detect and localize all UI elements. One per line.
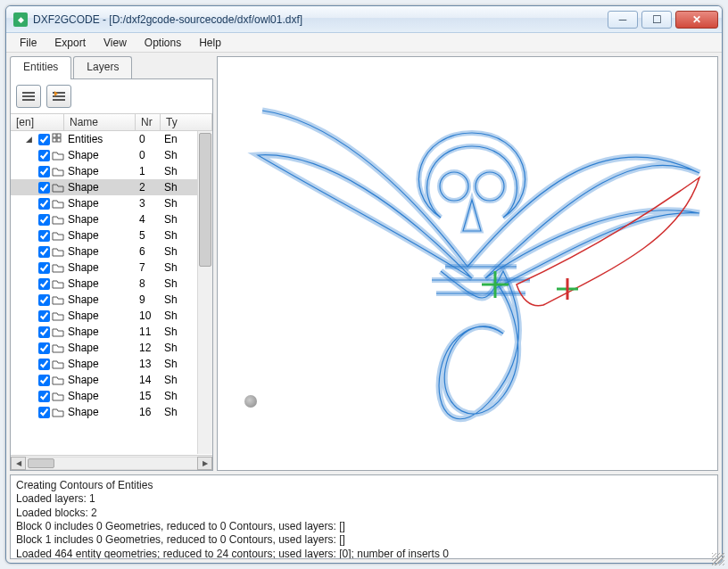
col-name[interactable]: Name — [64, 114, 136, 130]
svg-rect-5 — [53, 99, 65, 101]
svg-rect-2 — [22, 99, 35, 101]
tree-vscrollbar[interactable] — [197, 131, 212, 454]
svg-rect-8 — [57, 134, 61, 137]
cell-nr: 12 — [136, 342, 161, 354]
maximize-button[interactable]: ☐ — [641, 11, 672, 29]
cell-name: Shape — [64, 261, 136, 274]
cell-nr: 10 — [136, 309, 161, 322]
enable-checkbox[interactable] — [38, 150, 50, 161]
tree-row[interactable]: Shape 9 Sh — [11, 292, 212, 308]
cell-nr: 5 — [136, 229, 161, 242]
tab-entities[interactable]: Entities — [10, 56, 71, 79]
enable-checkbox[interactable] — [38, 134, 50, 145]
tab-layers[interactable]: Layers — [73, 56, 132, 79]
tree-row[interactable]: Shape 4 Sh — [11, 211, 212, 227]
tree-header[interactable]: [en] Name Nr Ty — [11, 113, 212, 131]
cell-name: Entities — [64, 133, 136, 145]
cell-name: Shape — [64, 181, 136, 194]
enable-checkbox[interactable] — [38, 294, 50, 306]
drawing-canvas[interactable] — [217, 56, 718, 471]
enable-checkbox[interactable] — [38, 246, 50, 258]
enable-checkbox[interactable] — [38, 182, 50, 194]
cell-nr: 11 — [136, 326, 161, 338]
entity-tree[interactable]: [en] Name Nr Ty ◢ Entities 0 En Shape 0 … — [11, 113, 212, 470]
enable-checkbox[interactable] — [38, 407, 50, 418]
enable-checkbox[interactable] — [38, 359, 50, 370]
enable-checkbox[interactable] — [38, 262, 50, 274]
minimize-button[interactable]: ─ — [608, 11, 638, 29]
enable-checkbox[interactable] — [38, 230, 50, 242]
expand-all-button[interactable] — [46, 85, 71, 108]
col-enabled[interactable]: [en] — [11, 114, 64, 130]
menu-options[interactable]: Options — [136, 35, 189, 51]
enable-checkbox[interactable] — [38, 342, 50, 354]
cell-name: Shape — [64, 390, 136, 402]
enable-checkbox[interactable] — [38, 166, 50, 177]
hscroll-left-icon[interactable]: ◀ — [11, 457, 26, 470]
log-line: Loaded 464 entity geometries; reduced to… — [16, 548, 712, 559]
cell-nr: 4 — [136, 213, 161, 226]
enable-checkbox[interactable] — [38, 391, 50, 402]
resize-grip-icon[interactable] — [712, 553, 723, 564]
hscroll-right-icon[interactable]: ▶ — [197, 457, 212, 470]
folder-icon — [52, 293, 64, 306]
svg-point-14 — [476, 172, 504, 201]
tree-row[interactable]: Shape 16 Sh — [11, 404, 212, 420]
cell-name: Shape — [64, 326, 136, 338]
cell-name: Shape — [64, 213, 136, 226]
tree-row[interactable]: Shape 2 Sh — [11, 179, 212, 195]
tree-row[interactable]: Shape 6 Sh — [11, 243, 212, 260]
titlebar[interactable]: ◆ DXF2GCODE - [D:/dxf2gcode-sourcecode/d… — [6, 6, 722, 33]
cell-nr: 3 — [136, 197, 161, 210]
log-line: Loaded blocks: 2 — [16, 507, 712, 520]
tree-root[interactable]: ◢ Entities 0 En — [11, 131, 212, 147]
close-button[interactable]: ✕ — [675, 11, 718, 29]
col-type[interactable]: Ty — [161, 114, 212, 130]
enable-checkbox[interactable] — [38, 214, 50, 226]
tree-row[interactable]: Shape 10 Sh — [11, 308, 212, 324]
tree-row[interactable]: Shape 14 Sh — [11, 372, 212, 388]
cell-nr: 13 — [136, 358, 161, 370]
cell-name: Shape — [64, 197, 136, 210]
tree-row[interactable]: Shape 0 Sh — [11, 147, 212, 163]
cell-nr: 2 — [136, 181, 161, 194]
cell-nr: 9 — [136, 293, 161, 306]
menu-view[interactable]: View — [95, 35, 135, 51]
grid-icon — [52, 133, 64, 145]
tree-row[interactable]: Shape 15 Sh — [11, 388, 212, 404]
enable-checkbox[interactable] — [38, 326, 50, 338]
tree-row[interactable]: Shape 1 Sh — [11, 163, 212, 179]
log-output[interactable]: Creating Contours of EntitiesLoaded laye… — [10, 474, 718, 559]
svg-rect-10 — [57, 138, 61, 142]
enable-checkbox[interactable] — [38, 310, 50, 322]
folder-icon — [52, 309, 64, 322]
folder-icon — [52, 181, 64, 194]
left-panel: Entities Layers [en] Name Nr — [10, 56, 213, 471]
tree-row[interactable]: Shape 7 Sh — [11, 260, 212, 276]
folder-icon — [52, 213, 64, 226]
enable-checkbox[interactable] — [38, 375, 50, 386]
tree-row[interactable]: Shape 11 Sh — [11, 324, 212, 340]
log-line: Loaded layers: 1 — [16, 492, 712, 506]
tree-hscrollbar[interactable]: ◀ ▶ — [11, 455, 212, 470]
tree-row[interactable]: Shape 13 Sh — [11, 356, 212, 372]
enable-checkbox[interactable] — [38, 278, 50, 290]
canvas-origin-marker-icon — [244, 395, 257, 408]
cell-name: Shape — [64, 358, 136, 370]
tree-row[interactable]: Shape 5 Sh — [11, 227, 212, 243]
enable-checkbox[interactable] — [38, 198, 50, 210]
folder-icon — [52, 165, 64, 177]
cell-name: Shape — [64, 165, 136, 177]
svg-rect-1 — [22, 95, 35, 97]
menu-export[interactable]: Export — [46, 35, 94, 51]
menu-help[interactable]: Help — [191, 35, 229, 51]
collapse-all-button[interactable] — [16, 85, 41, 108]
folder-icon — [52, 342, 64, 354]
tree-row[interactable]: Shape 8 Sh — [11, 276, 212, 292]
cell-nr: 6 — [136, 245, 161, 258]
svg-rect-9 — [53, 138, 56, 142]
tree-row[interactable]: Shape 3 Sh — [11, 195, 212, 211]
menu-file[interactable]: File — [12, 35, 45, 51]
tree-row[interactable]: Shape 12 Sh — [11, 340, 212, 356]
col-nr[interactable]: Nr — [136, 114, 161, 130]
